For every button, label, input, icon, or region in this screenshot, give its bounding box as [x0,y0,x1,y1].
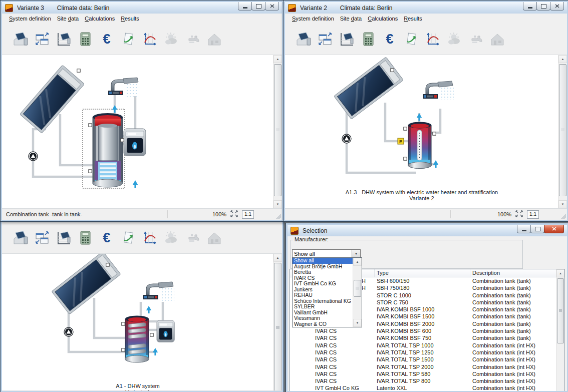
one-to-one-button[interactable]: 1:1 [527,210,539,219]
graph-icon[interactable] [424,31,441,47]
scroll-up-button[interactable]: ▲ [273,254,282,262]
diagram-sheet-icon[interactable] [55,31,72,47]
titlebar[interactable]: Variante 2 Climate data: Berlin [285,2,567,14]
table-row[interactable]: IVAR CSIVAR.TOTAL TSP 580Combination tan… [290,370,564,377]
maximize-button[interactable] [251,2,265,11]
consumer-tap-icon[interactable] [184,230,201,246]
pump[interactable] [64,327,73,336]
gas-boiler[interactable] [157,320,174,342]
solar-collector[interactable] [334,57,404,120]
dropdown-item[interactable]: Junkers [293,287,353,293]
climate-icon[interactable] [446,31,463,47]
connection-handle[interactable] [122,348,125,351]
manufacturer-combobox[interactable]: Show all ▼ [292,249,361,258]
scroll-up-button[interactable]: ▲ [556,269,564,277]
solar-collector[interactable] [52,254,121,314]
vertical-scrollbar[interactable]: ▲ [273,254,282,390]
connection-handle[interactable] [150,333,153,336]
shower[interactable] [423,81,454,100]
electric-heater-badge[interactable]: E [398,138,404,144]
arrange-windows-icon[interactable] [317,31,334,47]
menu-item[interactable]: System definition [6,15,54,23]
connection-handle[interactable] [121,139,124,142]
calculator-icon[interactable] [77,230,94,246]
vertical-scrollbar[interactable]: ▲ ▼ [273,55,282,208]
calculator-icon[interactable] [360,31,377,47]
scrollbar-thumb[interactable] [354,280,361,297]
diagram-canvas-variante2[interactable]: E A1.3 - DHW system with electric water … [285,55,567,209]
report-icon[interactable] [403,31,420,47]
scrollbar-thumb[interactable] [557,278,564,343]
dropdown-item[interactable]: Schüco International KG [293,298,353,304]
dropdown-item[interactable]: Viessmann [293,315,353,321]
table-row[interactable]: IVAR CSIVAR.TOTAL TSP 1000Combination ta… [290,342,564,349]
table-row[interactable]: IVAR CSIVAR.KOMBI BSF 750Combination tan… [290,334,564,341]
dropdown-item[interactable]: Vaillant GmbH [293,310,353,316]
consumer-tap-icon[interactable] [184,31,201,47]
diagram-canvas-variante1[interactable]: A1 - DHW system Variante 1 ▲ [2,253,282,391]
climate-icon[interactable] [163,230,180,246]
resize-grip[interactable] [274,212,281,219]
connection-handle[interactable] [89,124,92,127]
column-header[interactable]: Description [470,269,556,277]
diagram-sheet-icon[interactable] [338,31,355,47]
scrollbar-thumb[interactable] [274,263,281,391]
economy-euro-icon[interactable]: € [381,31,398,47]
connection-handle[interactable] [89,170,92,173]
connection-handle[interactable] [391,69,394,72]
stratified-tank[interactable] [408,122,432,169]
dropdown-item[interactable]: Wagner & CO [293,321,353,327]
connection-handle[interactable] [404,157,407,160]
connection-handle[interactable] [106,263,109,266]
combobox-dropdown-button[interactable]: ▼ [352,250,360,257]
scroll-up-button[interactable]: ▲ [273,55,282,63]
resize-grip[interactable] [559,212,566,219]
shower[interactable] [108,78,139,97]
menu-item[interactable]: Calculations [365,15,401,23]
menu-item[interactable]: Site data [337,15,365,23]
menu-item[interactable]: Site data [54,15,82,23]
scrollbar-thumb[interactable] [274,64,281,196]
fit-view-button[interactable] [230,210,238,218]
dropdown-item[interactable]: Beretta [293,269,353,275]
table-scrollbar[interactable]: ▲ [556,269,564,391]
diagram-sheet-icon[interactable] [55,230,72,246]
scroll-down-button[interactable]: ▼ [558,200,567,208]
diagram-canvas-variante3[interactable]: ▲ ▼ [2,55,282,209]
bivalent-tank[interactable] [125,316,149,363]
climate-icon[interactable] [163,31,180,47]
column-header[interactable]: Type [375,269,470,277]
building-icon[interactable] [206,230,223,246]
minimize-button[interactable] [238,2,252,11]
table-row[interactable]: IVT GmbH Co KGLatento XXLCombination tan… [290,384,564,391]
building-icon[interactable] [489,31,506,47]
scrollbar-thumb[interactable] [559,64,566,196]
maximize-button[interactable] [536,2,550,11]
dropdown-item[interactable]: IVT GmbH Co KG [293,281,353,287]
menu-item[interactable]: System definition [289,15,337,23]
scroll-down-button[interactable]: ▼ [353,319,362,327]
dropdown-item[interactable]: August Brötje GmbH [293,264,353,270]
connection-handle[interactable] [122,322,125,325]
report-icon[interactable] [120,230,137,246]
dropdown-item[interactable]: REHAU [293,292,353,298]
arrange-windows-icon[interactable] [34,31,51,47]
fit-view-button[interactable] [515,210,523,218]
connection-handle[interactable] [77,69,80,72]
close-button[interactable] [550,2,564,11]
table-row[interactable]: IVAR CSIVAR.TOTAL TSP 1500Combination ta… [290,356,564,363]
calculator-icon[interactable] [77,31,94,47]
table-row[interactable]: IVAR CSIVAR.KOMBI BSF 600Combination tan… [290,327,564,334]
minimize-button[interactable] [523,2,537,11]
system-schematic-icon[interactable] [12,230,29,246]
scroll-up-button[interactable]: ▲ [353,258,362,266]
table-row[interactable]: IVAR CSIVAR.TOTAL TSP 800Combination tan… [290,377,564,384]
graph-icon[interactable] [141,230,158,246]
report-icon[interactable] [120,31,137,47]
system-schematic-icon[interactable] [295,31,312,47]
menu-item[interactable]: Results [118,15,142,23]
dropdown-item[interactable]: Show all [293,258,353,264]
close-button[interactable] [265,2,279,11]
maximize-button[interactable] [530,225,544,233]
pump[interactable] [29,152,38,161]
